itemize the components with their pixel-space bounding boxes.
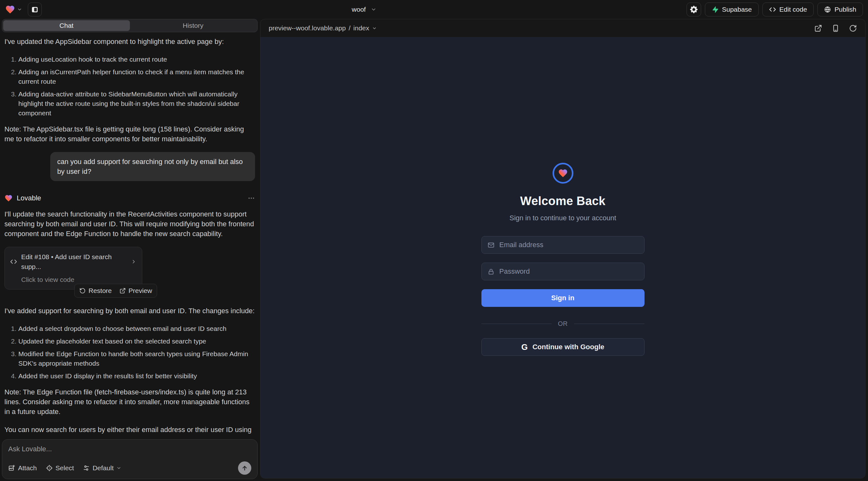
assistant-message-note: Note: The AppSidebar.tsx file is getting… xyxy=(4,124,255,144)
supabase-label: Supabase xyxy=(722,6,752,13)
preview-page: index xyxy=(353,24,369,32)
chevron-right-icon xyxy=(131,259,136,264)
globe-icon xyxy=(824,6,831,13)
tab-chat-label: Chat xyxy=(59,22,73,29)
chat-input[interactable] xyxy=(8,445,251,456)
password-field xyxy=(482,263,645,280)
refresh-icon xyxy=(849,24,857,32)
lovable-heart-icon xyxy=(5,4,15,14)
assistant-message-intro: I've updated the AppSidebar component to… xyxy=(4,37,255,46)
preview-button[interactable]: Preview xyxy=(120,287,152,294)
password-input[interactable] xyxy=(499,267,639,276)
google-button-label: Continue with Google xyxy=(532,343,604,351)
email-input[interactable] xyxy=(499,241,639,249)
edit-code-button[interactable]: Edit code xyxy=(763,3,814,17)
or-divider: OR xyxy=(482,320,645,327)
edit-card-title: Edit #108 • Add user ID search supp... xyxy=(21,252,127,271)
chat-composer: Attach Select Default xyxy=(2,439,258,479)
app-logo xyxy=(553,163,574,184)
chat-messages[interactable]: I've updated the AppSidebar component to… xyxy=(2,32,258,436)
restore-button[interactable]: Restore xyxy=(79,287,112,294)
tab-history-label: History xyxy=(183,22,203,29)
divider-line xyxy=(482,324,552,324)
assistant-message-note: Note: The Edge Function file (fetch-fire… xyxy=(4,387,255,417)
preview-domain: preview--woof.lovable.app xyxy=(269,24,346,32)
edit-card[interactable]: Edit #108 • Add user ID search supp... C… xyxy=(4,247,142,289)
preview-url-button[interactable]: preview--woof.lovable.app / index xyxy=(269,24,377,32)
url-separator: / xyxy=(349,24,350,32)
message-menu-button[interactable] xyxy=(248,194,255,202)
tab-chat[interactable]: Chat xyxy=(3,20,130,31)
user-message-text: can you add support for searching not on… xyxy=(57,158,243,175)
supabase-icon xyxy=(712,6,718,13)
top-bar: woof Supabase xyxy=(0,0,868,19)
tab-history[interactable]: History xyxy=(130,20,257,31)
chat-history-tabs: Chat History xyxy=(2,19,258,32)
project-name: woof xyxy=(352,6,366,13)
model-label: Default xyxy=(93,464,114,472)
list-item: Adding an isCurrentPath helper function … xyxy=(18,67,255,86)
supabase-button[interactable]: Supabase xyxy=(705,3,758,17)
chevron-down-icon xyxy=(17,7,22,12)
mobile-view-button[interactable] xyxy=(832,24,840,32)
panel-left-icon xyxy=(31,6,38,13)
sign-in-button[interactable]: Sign in xyxy=(482,289,645,307)
edit-card-subtitle: Click to view code xyxy=(21,275,136,284)
open-in-new-tab-button[interactable] xyxy=(814,24,822,32)
edit-code-label: Edit code xyxy=(779,6,807,13)
google-sign-in-button[interactable]: G Continue with Google xyxy=(482,338,645,356)
version-actions-bar: Restore Preview xyxy=(74,284,157,298)
send-button[interactable] xyxy=(238,461,251,475)
external-link-icon xyxy=(120,288,126,294)
project-switcher[interactable]: woof xyxy=(45,6,683,13)
user-message-bubble: can you add support for searching not on… xyxy=(50,152,255,181)
mail-icon xyxy=(488,242,495,249)
page-title: Welcome Back xyxy=(520,194,606,208)
gear-icon xyxy=(690,6,698,13)
composer-actions: Attach Select Default xyxy=(8,461,251,475)
email-field xyxy=(482,236,645,254)
refresh-button[interactable] xyxy=(849,24,857,32)
lovable-editor: woof Supabase xyxy=(0,0,868,481)
publish-button[interactable]: Publish xyxy=(817,3,863,17)
chevron-down-icon xyxy=(371,7,376,12)
preview-toolbar-icons xyxy=(814,24,857,32)
list-item: Modified the Edge Function to handle bot… xyxy=(18,349,255,368)
preview-toolbar: preview--woof.lovable.app / index xyxy=(260,19,865,37)
main-split: Chat History I've updated the AppSidebar… xyxy=(0,19,868,481)
assistant-header: Lovable xyxy=(4,193,255,203)
arrow-up-icon xyxy=(241,464,248,472)
edit-card-title-row: Edit #108 • Add user ID search supp... xyxy=(10,252,136,271)
settings-button[interactable] xyxy=(687,3,701,17)
list-item: Adding data-active attribute to SidebarM… xyxy=(18,90,255,118)
attach-button[interactable]: Attach xyxy=(8,464,37,472)
assistant-message-list: Adding useLocation hook to track the cur… xyxy=(4,55,255,118)
publish-label: Publish xyxy=(835,6,856,13)
chevron-down-icon xyxy=(372,26,377,31)
sign-in-card: Welcome Back Sign in to continue to your… xyxy=(482,163,645,478)
list-item: Updated the placeholder text based on th… xyxy=(18,336,255,346)
lovable-home-menu[interactable] xyxy=(5,4,22,14)
divider-label: OR xyxy=(558,320,568,327)
ellipsis-icon xyxy=(248,194,255,202)
external-link-icon xyxy=(814,24,822,32)
select-element-button[interactable]: Select xyxy=(46,464,74,472)
code-icon xyxy=(10,258,17,265)
heart-icon xyxy=(558,168,568,178)
assistant-message-summary: I've added support for searching by both… xyxy=(4,306,255,316)
attach-label: Attach xyxy=(18,464,37,472)
assistant-message-outro: You can now search for users by either t… xyxy=(4,425,255,436)
assistant-message-intro: I'll update the search functionality in … xyxy=(4,209,255,238)
page-subtitle: Sign in to continue to your account xyxy=(509,214,616,222)
google-icon: G xyxy=(521,342,528,352)
chat-panel: Chat History I've updated the AppSidebar… xyxy=(0,19,259,481)
lovable-heart-icon xyxy=(4,194,13,202)
chevron-down-icon xyxy=(116,466,121,471)
sidebar-toggle-button[interactable] xyxy=(28,3,42,17)
list-item: Adding useLocation hook to track the cur… xyxy=(18,55,255,64)
model-selector-button[interactable]: Default xyxy=(83,464,122,472)
image-plus-icon xyxy=(8,464,15,472)
assistant-name: Lovable xyxy=(17,193,41,203)
divider-line xyxy=(574,324,645,324)
lock-icon xyxy=(488,268,495,275)
